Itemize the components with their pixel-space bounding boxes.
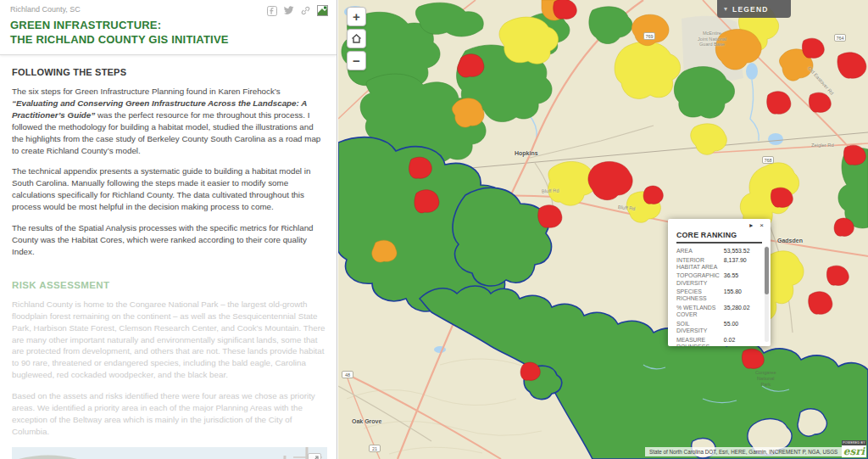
metric-value: 36.55 xyxy=(724,272,760,286)
core-ranking-row: MEASURE ROUNDESS0.02 xyxy=(676,337,760,346)
story-content: FOLLOWING THE STEPS The six steps for Gr… xyxy=(0,55,337,459)
core-ranking-row: TOPOGRAPHIC DIVERSITY36.55 xyxy=(676,272,760,286)
metric-value: 0.02 xyxy=(724,337,760,346)
chevron-down-icon: ▾ xyxy=(724,5,727,13)
core-ranking-row: SPECIES RICHNESS155.80 xyxy=(676,288,760,302)
page-title-line1: GREEN INFRASTRUCTURE: xyxy=(10,19,161,31)
esri-logo: POWERED BY esri xyxy=(842,440,866,457)
route-shield-764: 764 xyxy=(834,34,846,42)
twitter-icon[interactable] xyxy=(283,6,294,15)
metric-value: 53,553.52 xyxy=(724,248,760,255)
metric-label: MEASURE ROUNDESS xyxy=(676,337,724,346)
story-header: Richland County, SC GREEN INFRASTRUCTURE… xyxy=(0,0,337,55)
basemap xyxy=(338,0,868,459)
street-photo-image: 35 xyxy=(12,447,327,459)
section-heading-risk-assessment: RISK ASSESSMENT xyxy=(12,280,326,290)
metric-label: SOIL DIVERSITY xyxy=(676,321,724,334)
popup-toolbar: ▸ × xyxy=(668,219,771,230)
popup-scrollbar[interactable] xyxy=(765,246,769,342)
popup-title-rule xyxy=(676,242,762,243)
metric-value: 8,137.90 xyxy=(724,257,760,271)
popup-next-icon[interactable]: ▸ xyxy=(749,221,753,230)
popup-title: CORE RANKING xyxy=(668,230,771,242)
zoom-out-button[interactable]: − xyxy=(347,51,366,70)
map-attribution: State of North Carolina DOT, Esri, HERE,… xyxy=(645,447,842,456)
social-toolbar xyxy=(267,5,328,16)
paragraph-2: The technical appendix presents a system… xyxy=(12,165,326,213)
metric-label: TOPOGRAPHIC DIVERSITY xyxy=(676,272,724,286)
section-heading-following-the-steps: FOLLOWING THE STEPS xyxy=(12,67,326,77)
photo-expand-icon[interactable] xyxy=(308,453,321,459)
popup-close-icon[interactable]: × xyxy=(760,221,764,230)
route-shield-768: 768 xyxy=(762,156,774,164)
link-icon[interactable] xyxy=(300,5,311,16)
metric-value: 35,280.02 xyxy=(724,305,760,318)
metric-label: AREA xyxy=(676,248,724,255)
home-button[interactable] xyxy=(347,29,366,48)
story-panel[interactable]: Richland County, SC GREEN INFRASTRUCTURE… xyxy=(0,0,337,459)
paragraph-3: The results of the Spatial Analysis proc… xyxy=(12,222,326,258)
storymap-app: Richland County, SC GREEN INFRASTRUCTURE… xyxy=(0,0,868,459)
facebook-icon[interactable] xyxy=(267,6,277,16)
storymap-icon[interactable] xyxy=(317,5,328,16)
metric-label: INTERIOR HABITAT AREA xyxy=(676,257,724,271)
map-canvas[interactable]: McEntire Joint National Guard Base Hopki… xyxy=(338,0,868,459)
core-ranking-row: INTERIOR HABITAT AREA8,137.90 xyxy=(676,257,760,271)
core-ranking-rows: AREA53,553.52INTERIOR HABITAT AREA8,137.… xyxy=(668,247,771,346)
legend-label: LEGEND xyxy=(732,5,769,14)
esri-wordmark: esri xyxy=(842,445,866,457)
page-title: GREEN INFRASTRUCTURE: THE RICHLAND COUNT… xyxy=(10,18,325,47)
home-icon xyxy=(351,33,362,44)
map-zoom-controls: + − xyxy=(347,7,366,70)
metric-label: % WETLANDS COVER xyxy=(676,305,724,318)
popup-scrollbar-thumb[interactable] xyxy=(765,247,769,294)
paragraph-1: The six steps for Green Infrastructure P… xyxy=(12,86,326,156)
street-photo: 35 xyxy=(12,447,327,459)
page-title-line2: THE RICHLAND COUNTY GIS INITIATIVE xyxy=(10,33,229,46)
paragraph-1-start: The six steps for Green Infrastructure P… xyxy=(12,87,281,96)
legend-toggle[interactable]: ▾ LEGEND xyxy=(717,0,791,18)
core-ranking-row: SOIL DIVERSITY55.00 xyxy=(676,321,760,334)
route-shield-21: 21 xyxy=(369,445,381,452)
zoom-in-button[interactable]: + xyxy=(347,7,366,26)
route-shield-769: 769 xyxy=(643,32,655,40)
route-shield-48: 48 xyxy=(342,371,353,378)
core-ranking-row: % WETLANDS COVER35,280.02 xyxy=(676,305,760,318)
paragraph-5: Based on the assets and risks identified… xyxy=(12,390,326,438)
metric-label: SPECIES RICHNESS xyxy=(676,288,724,302)
core-ranking-row: AREA53,553.52 xyxy=(676,248,760,255)
metric-value: 55.00 xyxy=(724,321,760,334)
metric-value: 155.80 xyxy=(724,288,760,302)
paragraph-4: Richland County is home to the Congaree … xyxy=(12,299,326,381)
core-ranking-popup: ▸ × CORE RANKING AREA53,553.52INTERIOR H… xyxy=(668,219,771,346)
